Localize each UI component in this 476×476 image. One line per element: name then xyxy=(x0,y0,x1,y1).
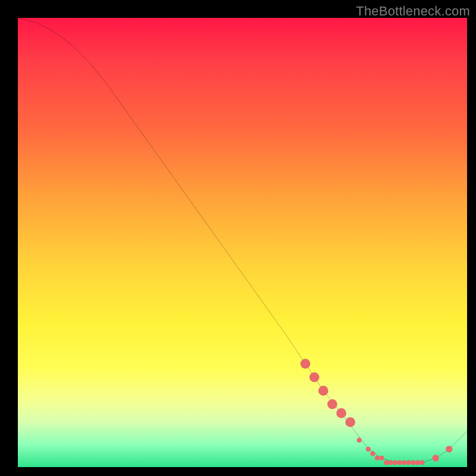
marker-dot xyxy=(379,456,384,461)
curve-layer xyxy=(18,18,467,467)
watermark-text: TheBottleneck.com xyxy=(356,4,470,19)
marker-dot xyxy=(327,399,337,409)
marker-group xyxy=(300,359,453,465)
marker-dot xyxy=(370,451,375,456)
marker-dot xyxy=(419,460,424,465)
marker-dot xyxy=(393,460,397,465)
marker-dot xyxy=(388,460,393,465)
marker-dot xyxy=(366,447,371,452)
marker-dot xyxy=(318,386,328,396)
bottleneck-curve-path xyxy=(18,18,467,462)
marker-dot xyxy=(357,438,362,443)
marker-dot xyxy=(406,460,411,465)
marker-dot xyxy=(384,460,389,465)
marker-dot xyxy=(345,417,355,427)
chart-frame: TheBottleneck.com xyxy=(0,0,476,476)
marker-dot xyxy=(309,372,320,383)
marker-dot xyxy=(375,456,380,461)
marker-dot xyxy=(446,446,452,452)
plot-area xyxy=(18,18,467,467)
marker-dot xyxy=(411,460,415,465)
marker-dot xyxy=(336,408,346,418)
marker-dot xyxy=(300,359,311,369)
marker-dot xyxy=(402,460,406,465)
marker-dot xyxy=(397,460,402,465)
marker-dot xyxy=(432,455,439,461)
marker-dot xyxy=(415,460,420,465)
